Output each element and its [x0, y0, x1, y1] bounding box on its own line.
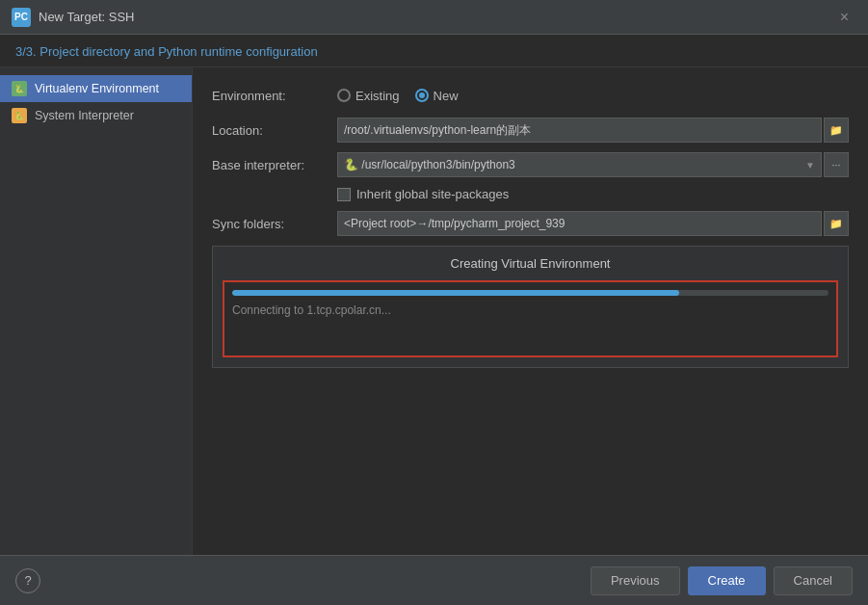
dialog-content: 🐍 Virtualenv Environment 🐍 System Interp… [0, 67, 868, 588]
main-panel: Environment: Existing New Location: 📁 [193, 67, 868, 588]
creating-section: Creating Virtual Environment Connecting … [212, 246, 849, 368]
environment-label: Environment: [212, 89, 337, 103]
sync-folders-browse-button[interactable]: 📁 [824, 211, 849, 236]
sync-folders-row: Sync folders: 📁 [212, 211, 849, 236]
location-control: 📁 [337, 118, 849, 143]
sync-folders-input[interactable] [337, 211, 822, 236]
create-button[interactable]: Create [688, 566, 766, 595]
inherit-checkbox-row: Inherit global site-packages [212, 187, 849, 201]
cancel-button[interactable]: Cancel [774, 566, 853, 595]
sidebar-label-virtualenv: Virtualenv Environment [35, 82, 159, 95]
system-icon: 🐍 [12, 108, 27, 123]
environment-row: Environment: Existing New [212, 83, 849, 108]
sidebar-item-system[interactable]: 🐍 System Interpreter [0, 102, 192, 129]
radio-new-circle [415, 89, 429, 102]
radio-new[interactable]: New [415, 89, 459, 103]
inherit-label: Inherit global site-packages [356, 187, 509, 201]
sidebar: 🐍 Virtualenv Environment 🐍 System Interp… [0, 67, 193, 588]
base-interpreter-extra-button[interactable]: ··· [824, 152, 849, 177]
creating-title: Creating Virtual Environment [223, 256, 838, 271]
base-interpreter-dropdown[interactable]: 🐍 /usr/local/python3/bin/python3 ▼ [337, 152, 822, 177]
radio-existing-circle [337, 89, 351, 102]
radio-existing[interactable]: Existing [337, 89, 400, 103]
progress-bar-container [232, 290, 829, 296]
progress-bar-fill [232, 290, 679, 296]
location-input[interactable] [337, 118, 822, 143]
sidebar-label-system: System Interpreter [35, 109, 134, 122]
location-label: Location: [212, 123, 337, 138]
base-interpreter-label: Base interpreter: [212, 158, 337, 172]
radio-existing-label: Existing [355, 89, 400, 103]
environment-radio-group: Existing New [337, 89, 849, 103]
base-interpreter-value: 🐍 /usr/local/python3/bin/python3 [344, 158, 515, 171]
help-button[interactable]: ? [15, 568, 40, 593]
virtualenv-icon: 🐍 [12, 81, 27, 96]
previous-button[interactable]: Previous [591, 566, 680, 595]
log-text: Connecting to 1.tcp.cpolar.cn... [232, 303, 829, 317]
app-icon: PC [12, 8, 31, 27]
close-button[interactable]: × [832, 5, 856, 30]
location-browse-button[interactable]: 📁 [824, 118, 849, 143]
bottom-bar: ? Previous Create Cancel [0, 555, 868, 605]
dropdown-arrow-icon: ▼ [805, 160, 815, 171]
sidebar-item-virtualenv[interactable]: 🐍 Virtualenv Environment [0, 75, 192, 102]
window-title: New Target: SSH [39, 10, 832, 24]
inherit-checkbox[interactable] [337, 188, 351, 201]
sync-folders-label: Sync folders: [212, 217, 337, 231]
log-area: Connecting to 1.tcp.cpolar.cn... [223, 280, 838, 357]
title-bar: PC New Target: SSH × [0, 0, 868, 35]
base-interpreter-row: Base interpreter: 🐍 /usr/local/python3/b… [212, 152, 849, 177]
sync-folders-control: 📁 [337, 211, 849, 236]
base-interpreter-control: 🐍 /usr/local/python3/bin/python3 ▼ ··· [337, 152, 849, 177]
radio-new-label: New [434, 89, 459, 103]
breadcrumb: 3/3. Project directory and Python runtim… [0, 35, 868, 67]
location-row: Location: 📁 [212, 118, 849, 143]
